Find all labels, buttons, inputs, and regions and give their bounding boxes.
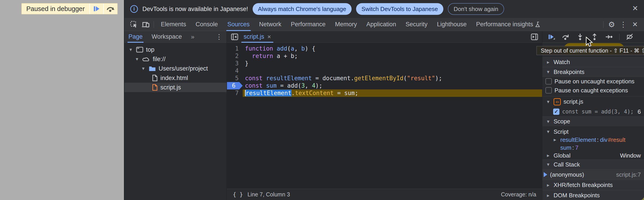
step-into-button[interactable] [576,33,584,41]
always-match-language-button[interactable]: Always match Chrome's language [252,3,352,15]
tree-item-script-js[interactable]: script.js [124,83,226,92]
resume-script-button[interactable] [89,3,103,14]
line-number[interactable]: 5 [227,75,243,82]
sources-panel: Page Workspace » ⋮ ▾ top ▾ [124,31,644,200]
code-line-4: 4 [227,67,542,75]
section-breakpoints[interactable]: ▾ Breakpoints [542,67,644,77]
section-watch[interactable]: ▸ Watch [542,57,644,67]
breakpoint-flag[interactable]: 6 [227,82,243,89]
code-line-1: 1 function add(a, b) { [227,45,542,52]
scope-script-group[interactable]: ▾ Script [542,126,644,136]
section-xhr-breakpoints[interactable]: ▸ XHR/fetch Breakpoints [542,180,644,190]
pause-on-caught-row[interactable]: Pause on caught exceptions [542,86,644,95]
folder-icon [149,66,156,71]
scope-var-sum[interactable]: sum: 7 [542,144,644,152]
toggle-navigator-icon[interactable] [229,32,240,42]
experiment-flask-icon [535,21,541,28]
dont-show-again-button[interactable]: Don't show again [448,3,504,15]
caret-down-icon: ▾ [546,69,551,75]
section-call-stack[interactable]: ▾ Call Stack [542,160,644,170]
caret-right-icon: ▸ [546,182,551,188]
tab-elements[interactable]: Elements [156,18,191,31]
toggle-debugger-sidebar-icon[interactable] [529,32,540,42]
caret-down-icon[interactable]: ▾ [128,47,134,53]
pretty-print-icon[interactable]: { } [233,191,243,198]
tab-application[interactable]: Application [362,18,401,31]
close-tab-icon[interactable]: × [268,33,271,40]
call-stack-frame-row[interactable]: (anonymous) script.js:7 [542,170,644,180]
info-icon: i [130,5,138,13]
step-button[interactable] [605,33,613,41]
tree-item-file-scheme[interactable]: ▾ file:// [124,54,226,64]
checkbox-unchecked[interactable] [546,87,552,93]
code-view[interactable]: 1 function add(a, b) { 2 return a + b; 3… [227,43,542,97]
line-number[interactable]: 3 [227,60,243,67]
device-toolbar-icon [142,21,150,28]
tab-memory[interactable]: Memory [330,18,362,31]
pause-on-uncaught-row[interactable]: Pause on uncaught exceptions [542,77,644,86]
more-options-icon[interactable]: ⋮ [618,19,629,29]
code-line-3: 3 } [227,60,542,67]
coverage-label: Coverage: n/a [501,191,536,198]
line-number[interactable]: 1 [227,45,243,52]
caret-right-icon: ▸ [546,153,551,158]
step-over-icon [106,5,115,12]
inspect-element-button[interactable] [128,19,140,29]
caret-down-icon: ▾ [546,99,551,105]
checkbox-unchecked[interactable] [546,78,552,84]
caret-down-icon: ▾ [546,129,551,135]
scope-var-resultElement[interactable]: ▸ resultElement: div#result [542,136,644,144]
debugger-sidebar: ▸ Watch ▾ Breakpoints Pause on uncaught … [542,31,644,200]
resume-icon [93,5,100,12]
navigator-more-options-icon[interactable]: ⋮ [216,33,222,41]
tab-page[interactable]: Page [128,31,142,43]
js-file-icon [152,84,158,91]
close-devtools-icon[interactable]: ✕ [629,19,641,29]
editor-status-bar: { } Line 7, Column 3 Coverage: n/a [227,189,542,200]
tree-item-project-folder[interactable]: ▾ Users/user/project [124,64,226,73]
switch-to-japanese-button[interactable]: Switch DevTools to Japanese [356,3,443,15]
selected-token: resultElement [246,90,292,96]
tree-item-top[interactable]: ▾ top [124,45,226,54]
tab-security[interactable]: Security [401,18,432,31]
line-number[interactable]: 4 [227,67,243,75]
tree-item-index-html[interactable]: index.html [124,73,226,83]
line-number[interactable]: 2 [227,52,243,60]
resume-button[interactable] [547,33,555,41]
checkbox-checked[interactable]: ✓ [553,109,560,115]
caret-down-icon[interactable]: ▾ [134,56,140,62]
tabbar-right-controls: ⚙ ⋮ ✕ [601,19,644,29]
line-number[interactable]: 7 [227,89,243,97]
tab-performance[interactable]: Performance [286,18,330,31]
editor-pane: script.js × 1 function add(a, b) { 2 ret… [227,31,542,200]
caret-down-icon[interactable]: ▾ [140,66,146,71]
code-line-7-execution-line: 7 resultElement.textContent = sum; [227,89,542,97]
deactivate-breakpoints-button[interactable] [626,33,634,41]
breakpoint-entry-row[interactable]: ✓ const sum = add(3, 4); 6 [542,107,644,116]
tab-workspace[interactable]: Workspace [152,31,182,43]
section-dom-breakpoints[interactable]: ▸ DOM Breakpoints [542,190,644,200]
script-file-icon: ‹› [554,98,561,105]
tab-lighthouse[interactable]: Lighthouse [432,18,471,31]
cloud-icon [142,56,150,62]
tab-console[interactable]: Console [191,18,223,31]
scope-global-row[interactable]: ▸ Global Window [542,152,644,160]
tab-network[interactable]: Network [254,18,286,31]
tab-performance-insights[interactable]: Performance insights [472,18,546,31]
inspect-cursor-icon [130,21,138,28]
breakpoint-group-script-js[interactable]: ▾ ‹› script.js [542,96,644,107]
paused-in-debugger-banner: Paused in debugger [21,3,118,14]
notification-bar: i DevTools is now available in Japanese!… [124,0,644,18]
settings-gear-icon[interactable]: ⚙ [606,19,618,29]
more-tabs-chevrons-icon[interactable]: » [191,33,194,40]
step-over-banner-button[interactable] [103,3,117,14]
step-over-button[interactable] [562,33,570,41]
caret-down-icon: ▾ [546,162,551,167]
section-scope[interactable]: ▾ Scope [542,116,644,126]
notification-close-icon[interactable]: ✕ [632,4,638,12]
device-toolbar-button[interactable] [140,19,152,29]
toolbar-divider [603,21,604,28]
tab-sources[interactable]: Sources [223,18,254,31]
page-viewport: Paused in debugger [0,0,124,200]
editor-tab-script-js[interactable]: script.js × [240,31,275,43]
